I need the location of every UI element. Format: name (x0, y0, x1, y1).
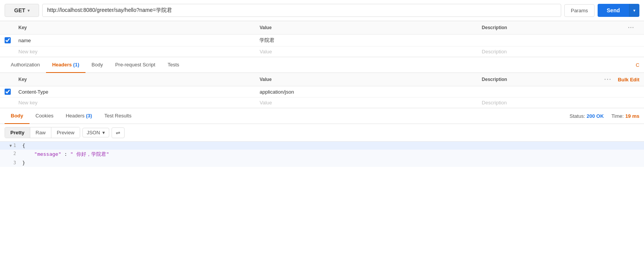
params-actions-header: ··· (628, 24, 639, 31)
code-line-3: 3 } (0, 159, 644, 167)
fold-arrow-icon[interactable]: ▼ (10, 144, 12, 148)
response-meta: Status: 200 OK Time: 19 ms (570, 113, 639, 119)
headers-key-header: Key (18, 77, 260, 82)
request-tabs: Authorization Headers (1) Body Pre-reque… (0, 57, 644, 73)
params-new-key: New key (18, 49, 260, 54)
send-group: Send ▾ (598, 4, 639, 17)
resp-tab-headers[interactable]: Headers (3) (59, 108, 98, 124)
code-key: "message" (22, 151, 61, 157)
params-section: Key Value Description ··· name 学院君 New k… (0, 21, 644, 57)
code-brace-close: } (22, 160, 25, 166)
view-format-group: Pretty Raw Preview (5, 127, 80, 138)
format-toolbar: Pretty Raw Preview JSON ▾ ⇌ (0, 124, 644, 142)
language-chevron-icon: ▾ (102, 130, 105, 135)
line-number: 3 (13, 160, 16, 165)
params-new-value: Value (260, 49, 482, 54)
time-value: 19 ms (625, 113, 639, 119)
headers-section: Key Value Description ··· Bulk Edit Cont… (0, 73, 644, 108)
headers-value-header: Value (260, 77, 482, 82)
code-area: ▼ 1 { 2 "message" : " 你好，学院君" 3 } (0, 142, 644, 167)
method-label: GET (14, 7, 25, 13)
code-line-2: 2 "message" : " 你好，学院君" (0, 150, 644, 159)
status-value: 200 OK (586, 113, 604, 119)
wrap-icon: ⇌ (116, 130, 120, 136)
tab-authorization[interactable]: Authorization (5, 57, 46, 73)
time-label: Time: (611, 113, 624, 119)
params-row-key: name (18, 38, 260, 43)
raw-button[interactable]: Raw (30, 127, 51, 138)
params-new-desc: Description (482, 49, 639, 54)
send-button[interactable]: Send (598, 4, 629, 17)
resp-headers-badge: (3) (86, 113, 92, 119)
bulk-edit-button[interactable]: Bulk Edit (618, 77, 639, 83)
params-key-header: Key (18, 25, 260, 30)
headers-table-row: Content-Type application/json (0, 86, 644, 97)
method-chevron-icon: ▾ (28, 8, 30, 13)
params-table-header: Key Value Description ··· (0, 21, 644, 35)
tab-tests[interactable]: Tests (161, 57, 185, 73)
wrap-button[interactable]: ⇌ (112, 127, 125, 138)
headers-new-key: New key (18, 100, 260, 106)
tab-headers[interactable]: Headers (1) (46, 57, 85, 73)
send-dropdown-button[interactable]: ▾ (629, 4, 639, 17)
headers-new-desc: Description (482, 100, 639, 106)
url-input[interactable] (42, 4, 561, 17)
headers-dots-button[interactable]: ··· (604, 76, 611, 83)
resp-tab-cookies[interactable]: Cookies (30, 108, 60, 124)
code-line-1: ▼ 1 { (0, 142, 644, 150)
headers-row-value: application/json (260, 89, 482, 95)
headers-new-value: Value (260, 100, 482, 106)
code-brace-open: { (22, 143, 25, 149)
headers-badge: (1) (73, 62, 79, 68)
headers-row-key: Content-Type (18, 89, 260, 95)
params-value-header: Value (260, 25, 482, 30)
response-tabs-bar: Body Cookies Headers (3) Test Results St… (0, 108, 644, 124)
headers-table-header: Key Value Description ··· Bulk Edit (0, 73, 644, 86)
params-button[interactable]: Params (564, 4, 595, 17)
code-value: " 你好，学院君" (70, 151, 109, 157)
status-label: Status: (570, 113, 585, 119)
method-dropdown[interactable]: GET ▾ (5, 4, 39, 17)
headers-desc-header: Description (482, 77, 604, 82)
params-desc-header: Description (482, 25, 628, 30)
table-row: name 学院君 (0, 35, 644, 46)
top-bar: GET ▾ Params Send ▾ (0, 0, 644, 21)
headers-row-checkbox[interactable] (5, 89, 11, 95)
params-row-value: 学院君 (260, 37, 482, 44)
pretty-button[interactable]: Pretty (5, 127, 30, 138)
tab-pre-request-script[interactable]: Pre-request Script (109, 57, 161, 73)
params-row-checkbox[interactable] (5, 37, 11, 43)
language-label: JSON (87, 130, 100, 135)
params-new-row: New key Value Description (0, 46, 644, 57)
resp-tab-body[interactable]: Body (5, 108, 30, 124)
resp-tab-test-results[interactable]: Test Results (98, 108, 138, 124)
headers-new-row: New key Value Description (0, 97, 644, 108)
tab-body[interactable]: Body (85, 57, 109, 73)
line-number: 1 (13, 143, 16, 148)
line-number: 2 (13, 151, 16, 156)
preview-button[interactable]: Preview (51, 127, 80, 138)
code-colon: : (64, 151, 71, 157)
right-tab-indicator: C (636, 62, 639, 68)
language-select[interactable]: JSON ▾ (82, 128, 109, 137)
